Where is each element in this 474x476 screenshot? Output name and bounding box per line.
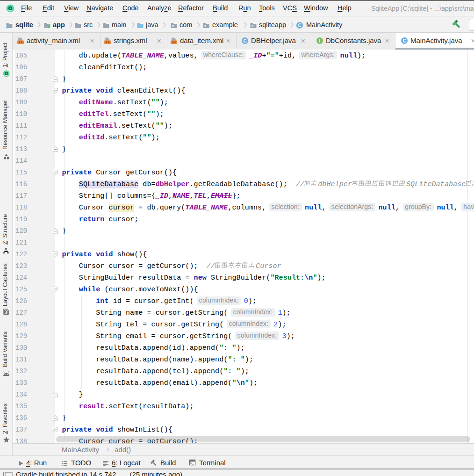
- svg-text:<>: <>: [172, 40, 176, 44]
- svg-text:I: I: [319, 38, 321, 43]
- svg-text:C: C: [298, 23, 301, 28]
- svg-text:<>: <>: [105, 40, 110, 44]
- svg-text:C: C: [402, 38, 406, 43]
- svg-text:<>: <>: [18, 40, 23, 44]
- svg-text:C: C: [243, 38, 246, 43]
